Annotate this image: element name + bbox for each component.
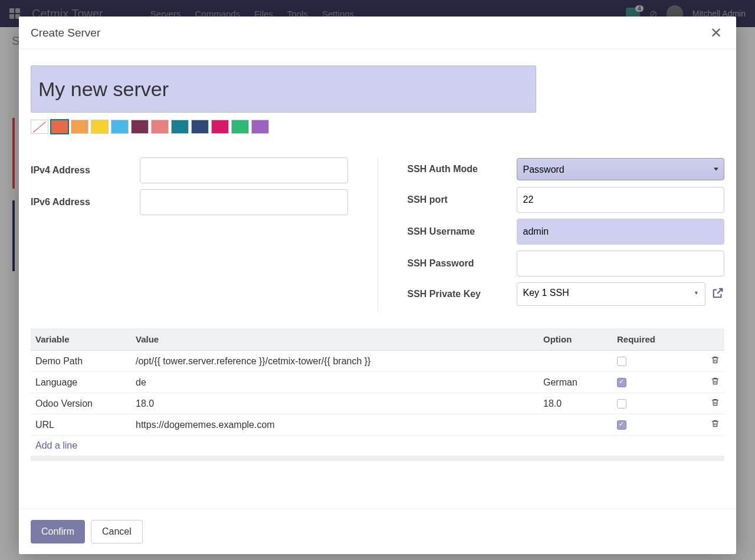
ssh-password-input[interactable] — [517, 251, 725, 276]
add-line-button[interactable]: Add a line — [31, 436, 724, 456]
ipv4-label: IPv4 Address — [31, 165, 140, 176]
col-variable: Variable — [31, 328, 131, 351]
cell-option: 18.0 — [539, 393, 612, 414]
required-checkbox[interactable] — [617, 420, 626, 430]
table-row[interactable]: URLhttps://dogememes.example.com — [31, 414, 724, 436]
col-value: Value — [131, 328, 539, 351]
cell-variable: Odoo Version — [31, 393, 131, 414]
horizontal-scrollbar[interactable] — [31, 456, 724, 461]
ipv6-label: IPv6 Address — [31, 197, 140, 207]
cell-value: 18.0 — [131, 393, 539, 414]
confirm-button[interactable]: Confirm — [31, 520, 85, 543]
cell-variable: Language — [31, 372, 131, 393]
color-swatch-2[interactable] — [71, 120, 88, 134]
ssh-username-input[interactable] — [517, 219, 725, 245]
cell-option — [539, 414, 612, 436]
ssh-auth-mode-label: SSH Auth Mode — [408, 164, 517, 174]
col-required: Required — [612, 328, 701, 351]
ssh-port-input[interactable] — [517, 187, 725, 213]
color-swatch-4[interactable] — [111, 120, 129, 134]
color-swatch-8[interactable] — [191, 120, 209, 134]
color-swatch-11[interactable] — [251, 120, 269, 134]
color-swatch-3[interactable] — [91, 120, 109, 134]
create-server-modal: Create Server ✕ IPv4 Address IPv6 Addres… — [19, 17, 736, 554]
ssh-key-dropdown[interactable]: Key 1 SSH — [517, 282, 706, 306]
close-icon[interactable]: ✕ — [708, 25, 724, 41]
table-row[interactable]: LanguagedeGerman — [31, 372, 724, 393]
trash-icon[interactable] — [711, 420, 720, 430]
cell-value: /opt/{{ tower.server.reference }}/cetmix… — [131, 351, 539, 372]
ssh-port-label: SSH port — [408, 195, 517, 205]
ssh-password-label: SSH Password — [408, 258, 517, 269]
modal-title: Create Server — [31, 27, 100, 39]
cancel-button[interactable]: Cancel — [91, 520, 143, 543]
ipv4-input[interactable] — [140, 157, 348, 183]
server-name-input[interactable] — [31, 65, 536, 113]
trash-icon[interactable] — [711, 398, 720, 409]
table-row[interactable]: Odoo Version18.018.0 — [31, 393, 724, 414]
color-swatch-9[interactable] — [211, 120, 229, 134]
required-checkbox[interactable] — [617, 357, 626, 366]
color-swatch-0[interactable] — [31, 120, 48, 134]
cell-value: https://dogememes.example.com — [131, 414, 539, 436]
color-picker — [31, 120, 724, 134]
cell-variable: Demo Path — [31, 351, 131, 372]
color-swatch-10[interactable] — [231, 120, 249, 134]
cell-variable: URL — [31, 414, 131, 436]
required-checkbox[interactable] — [617, 378, 626, 387]
external-link-icon[interactable] — [711, 286, 724, 302]
required-checkbox[interactable] — [617, 399, 626, 409]
ssh-auth-mode-select[interactable]: Password — [517, 158, 725, 180]
cell-option: German — [539, 372, 612, 393]
col-option: Option — [539, 328, 612, 351]
cell-value: de — [131, 372, 539, 393]
color-swatch-1[interactable] — [51, 120, 68, 134]
trash-icon[interactable] — [711, 356, 720, 366]
ssh-username-label: SSH Username — [408, 226, 517, 237]
ssh-key-label: SSH Private Key — [408, 289, 517, 299]
table-row[interactable]: Demo Path/opt/{{ tower.server.reference … — [31, 351, 724, 372]
cell-option — [539, 351, 612, 372]
color-swatch-6[interactable] — [151, 120, 169, 134]
color-swatch-5[interactable] — [131, 120, 149, 134]
ipv6-input[interactable] — [140, 189, 348, 215]
color-swatch-7[interactable] — [171, 120, 189, 134]
variables-table: Variable Value Option Required Demo Path… — [31, 328, 724, 436]
trash-icon[interactable] — [711, 377, 720, 387]
